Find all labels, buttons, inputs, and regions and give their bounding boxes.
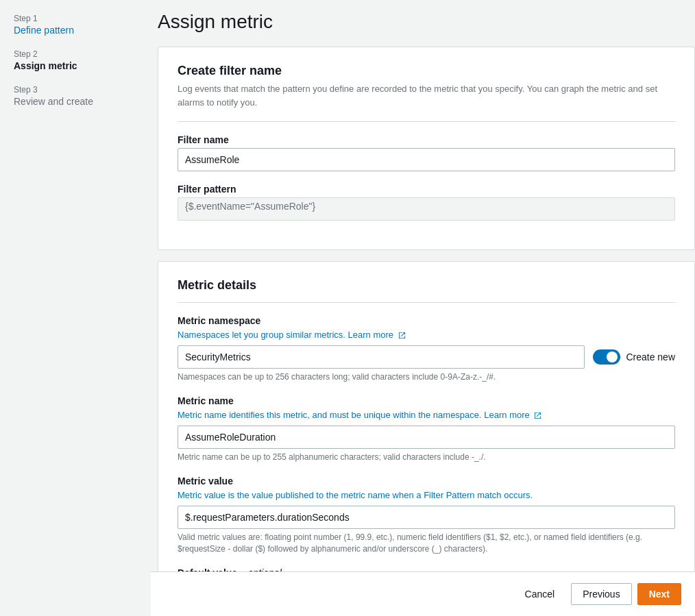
metric-card: Metric details Metric namespace Namespac… — [158, 261, 695, 616]
sidebar-step-3: Step 3 Review and create — [14, 85, 137, 107]
namespace-sublabel: Namespaces let you group similar metrics… — [178, 329, 675, 341]
metric-name-group: Metric name Metric name identifies this … — [178, 395, 675, 463]
footer: Cancel Previous Next — [151, 571, 695, 616]
metric-name-input[interactable] — [178, 426, 675, 449]
metric-name-learn-more[interactable]: Learn more — [484, 410, 541, 420]
create-new-toggle[interactable] — [593, 349, 620, 365]
namespace-label: Metric namespace — [178, 315, 675, 326]
step3-name: Review and create — [14, 96, 137, 107]
page-title: Assign metric — [158, 0, 695, 47]
filter-name-group: Filter name — [178, 134, 675, 171]
sidebar-step-2: Step 2 Assign metric — [14, 49, 137, 71]
metric-name-label: Metric name — [178, 395, 675, 406]
filter-card-title: Create filter name — [178, 64, 675, 78]
namespace-group: Metric namespace Namespaces let you grou… — [178, 315, 675, 383]
metric-value-input[interactable] — [178, 506, 675, 529]
step1-label: Step 1 — [14, 14, 137, 23]
main-content: Assign metric Create filter name Log eve… — [151, 0, 695, 616]
step2-name: Assign metric — [14, 60, 137, 71]
create-new-label: Create new — [626, 352, 675, 362]
filter-pattern-value: {$.eventName="AssumeRole"} — [178, 197, 675, 221]
filter-pattern-group: Filter pattern {$.eventName="AssumeRole"… — [178, 184, 675, 221]
sidebar: Step 1 Define pattern Step 2 Assign metr… — [0, 0, 151, 616]
sidebar-step-1: Step 1 Define pattern — [14, 14, 137, 36]
metric-value-label: Metric value — [178, 476, 675, 486]
toggle-row: Create new — [593, 349, 675, 365]
metric-name-hint: Metric name can be up to 255 alphanumeri… — [178, 452, 675, 463]
step3-label: Step 3 — [14, 85, 137, 95]
namespace-row: Create new — [178, 345, 675, 369]
metric-name-sublabel: Metric name identifies this metric, and … — [178, 409, 675, 421]
filter-card-subtitle: Log events that match the pattern you de… — [178, 82, 675, 109]
metric-value-group: Metric value Metric value is the value p… — [178, 476, 675, 555]
external-link-icon — [398, 332, 406, 339]
toggle-thumb — [607, 352, 618, 362]
namespace-hint: Namespaces can be up to 256 characters l… — [178, 371, 675, 383]
previous-button[interactable]: Previous — [571, 583, 631, 605]
step1-name[interactable]: Define pattern — [14, 25, 137, 36]
metric-name-external-link-icon — [534, 412, 541, 419]
metric-card-title: Metric details — [178, 278, 675, 293]
filter-pattern-label: Filter pattern — [178, 184, 675, 195]
filter-name-label: Filter name — [178, 134, 675, 145]
filter-card: Create filter name Log events that match… — [158, 47, 695, 250]
metric-value-hint: Valid metric values are: floating point … — [178, 532, 675, 555]
metric-value-sublabel: Metric value is the value published to t… — [178, 489, 675, 502]
cancel-button[interactable]: Cancel — [514, 583, 566, 605]
filter-name-input[interactable] — [178, 148, 675, 171]
namespace-learn-more[interactable]: Learn more — [348, 330, 406, 340]
step2-label: Step 2 — [14, 49, 137, 59]
next-button[interactable]: Next — [637, 583, 681, 605]
namespace-input[interactable] — [178, 345, 585, 369]
